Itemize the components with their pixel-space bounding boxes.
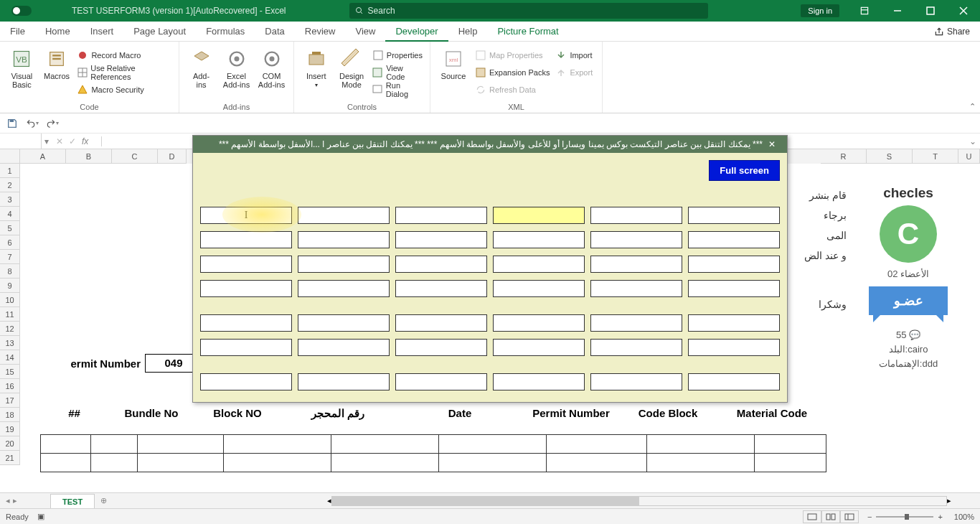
textbox-input[interactable] [688, 207, 780, 224]
enter-icon[interactable]: ✓ [69, 136, 76, 146]
col-header[interactable]: T [913, 149, 958, 164]
textbox-input[interactable] [688, 339, 780, 356]
row-header[interactable]: 11 [0, 307, 20, 322]
textbox-input[interactable] [298, 231, 390, 248]
row-header[interactable]: 18 [0, 408, 20, 422]
row-header[interactable]: 17 [0, 393, 20, 408]
save-icon[interactable] [6, 117, 19, 130]
textbox-input[interactable] [200, 314, 292, 332]
tab-view[interactable]: View [345, 22, 385, 42]
row-header[interactable]: 4 [0, 207, 20, 221]
view-code-button[interactable]: View Code [371, 65, 424, 80]
expand-formula-icon[interactable]: ⌄ [966, 136, 980, 146]
userform-close-icon[interactable]: ✕ [763, 136, 781, 153]
row-header[interactable]: 1 [0, 164, 20, 178]
textbox-input[interactable] [395, 256, 487, 273]
macro-security-button[interactable]: Macro Security [75, 82, 173, 98]
normal-view-icon[interactable] [803, 510, 821, 523]
maximize-icon[interactable] [914, 0, 947, 22]
search-box[interactable]: Search [349, 3, 708, 19]
add-sheet-icon[interactable]: ⊕ [95, 496, 112, 505]
row-header[interactable]: 9 [0, 279, 20, 293]
row-header[interactable]: 20 [0, 436, 20, 451]
autosave-toggle[interactable] [0, 6, 43, 16]
row-header[interactable]: 21 [0, 451, 20, 465]
zoom-in-icon[interactable]: + [938, 513, 942, 521]
textbox-input[interactable] [688, 231, 780, 248]
page-layout-view-icon[interactable] [821, 510, 840, 523]
textbox-input[interactable] [590, 231, 682, 248]
col-header[interactable]: A [20, 149, 66, 164]
textbox-input[interactable] [298, 339, 390, 356]
col-header[interactable]: R [821, 149, 867, 164]
textbox-input[interactable] [590, 339, 682, 356]
textbox-input[interactable] [493, 339, 585, 356]
data-table[interactable] [40, 434, 826, 472]
tab-data[interactable]: Data [255, 22, 294, 42]
textbox-input[interactable] [590, 373, 682, 390]
textbox-input[interactable] [590, 280, 682, 297]
row-header[interactable]: 15 [0, 365, 20, 379]
textbox-input[interactable] [200, 256, 292, 273]
col-header[interactable]: C [112, 149, 158, 164]
textbox-input[interactable] [688, 314, 780, 332]
import-button[interactable]: Import [554, 47, 594, 63]
record-macro-button[interactable]: Record Macro [75, 47, 173, 63]
row-header[interactable]: 5 [0, 221, 20, 235]
textbox-input[interactable] [590, 256, 682, 273]
textbox-input[interactable] [493, 373, 585, 390]
row-header[interactable]: 6 [0, 235, 20, 250]
run-dialog-button[interactable]: Run Dialog [371, 82, 424, 98]
col-header[interactable]: B [66, 149, 112, 164]
textbox-input[interactable] [200, 280, 292, 297]
col-header[interactable]: S [867, 149, 913, 164]
textbox-input[interactable] [395, 314, 487, 332]
tab-pictureformat[interactable]: Picture Format [487, 22, 568, 42]
textbox-input[interactable] [590, 314, 682, 332]
tab-review[interactable]: Review [295, 22, 346, 42]
textbox-input[interactable] [395, 339, 487, 356]
textbox-input[interactable] [688, 256, 780, 273]
textbox-input[interactable] [200, 339, 292, 356]
page-break-view-icon[interactable] [840, 510, 859, 523]
textbox-input[interactable] [493, 256, 585, 273]
undo-icon[interactable]: ▾ [26, 117, 39, 130]
row-header[interactable]: 13 [0, 336, 20, 350]
textbox-input[interactable] [395, 373, 487, 390]
tab-insert[interactable]: Insert [80, 22, 124, 42]
textbox-input[interactable] [590, 207, 682, 224]
textbox-input[interactable]: I [200, 207, 292, 224]
row-header[interactable]: 19 [0, 422, 20, 436]
textbox-input[interactable] [200, 373, 292, 390]
tab-help[interactable]: Help [448, 22, 488, 42]
horizontal-scrollbar[interactable]: ◂▸ [327, 496, 951, 506]
collapse-ribbon-icon[interactable]: ⌃ [969, 102, 976, 111]
textbox-input[interactable] [688, 280, 780, 297]
textbox-input[interactable] [298, 373, 390, 390]
properties-button[interactable]: Properties [371, 47, 424, 63]
row-header[interactable]: 2 [0, 178, 20, 192]
zoom-out-icon[interactable]: − [867, 513, 872, 521]
expansion-packs-button[interactable]: Expansion Packs [473, 65, 551, 80]
row-header[interactable]: 12 [0, 322, 20, 336]
textbox-input[interactable] [395, 207, 487, 224]
redo-icon[interactable]: ▾ [46, 117, 59, 130]
signin-button[interactable]: Sign in [801, 4, 839, 17]
row-header[interactable]: 16 [0, 379, 20, 393]
macro-record-icon[interactable]: ▣ [37, 512, 44, 521]
textbox-input[interactable] [493, 280, 585, 297]
textbox-input[interactable] [298, 207, 390, 224]
textbox-input[interactable] [493, 207, 585, 224]
textbox-input[interactable] [200, 231, 292, 248]
row-header[interactable]: 7 [0, 250, 20, 264]
ribbon-options-icon[interactable] [848, 0, 881, 22]
share-button[interactable]: Share [934, 27, 980, 37]
tab-file[interactable]: File [0, 22, 35, 42]
textbox-input[interactable] [298, 314, 390, 332]
tab-home[interactable]: Home [35, 22, 80, 42]
sheet-nav[interactable]: ◂▸ [0, 496, 50, 505]
row-header[interactable]: 14 [0, 350, 20, 365]
row-header[interactable]: 10 [0, 293, 20, 307]
close-icon[interactable] [947, 0, 980, 22]
relative-refs-button[interactable]: Use Relative References [75, 65, 173, 80]
